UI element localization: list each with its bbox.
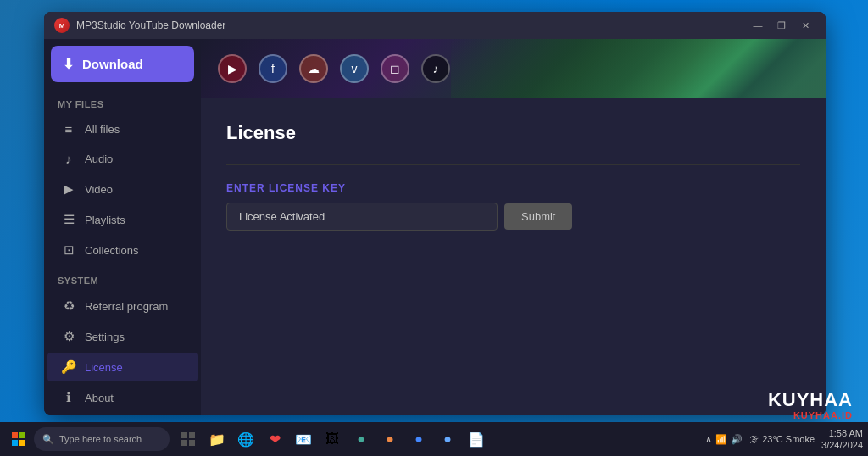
sidebar-item-settings[interactable]: ⚙ Settings [47, 322, 198, 351]
main-content: ▶ f ☁ v ◻ ♪ License ENTER LICENSE KEY Su… [201, 39, 826, 415]
clock: 1:58 AM 3/24/2024 [821, 427, 863, 452]
sidebar-item-video[interactable]: ▶ Video [47, 175, 198, 203]
app-icon: M [54, 18, 70, 33]
systray-chevron[interactable]: ∧ [705, 434, 712, 445]
collections-icon: ⊡ [61, 242, 76, 258]
settings-label: Settings [85, 331, 125, 343]
svg-rect-6 [181, 440, 187, 446]
license-key-input[interactable] [226, 203, 498, 231]
download-label: Download [82, 57, 143, 71]
taskbar-app-9[interactable]: ● [405, 425, 432, 453]
video-icon: ▶ [61, 181, 76, 197]
title-bar: M MP3Studio YouTube Downloader — ❐ ✕ [44, 12, 826, 39]
vimeo-icon[interactable]: v [340, 54, 369, 83]
taskbar-app-2[interactable]: 📁 [203, 425, 231, 453]
svg-rect-3 [19, 440, 25, 446]
settings-icon: ⚙ [61, 329, 76, 344]
taskbar-search[interactable]: 🔍 Type here to search [34, 427, 170, 451]
sidebar-item-license[interactable]: 🔑 License [47, 353, 198, 381]
tiktok-icon[interactable]: ♪ [421, 54, 450, 83]
audio-icon: ♪ [61, 152, 76, 166]
download-button[interactable]: ⬇ Download [51, 46, 194, 82]
taskbar-app-1[interactable] [175, 425, 202, 453]
speaker-icon: 🔊 [731, 434, 743, 445]
taskbar-app-8[interactable]: ● [376, 425, 403, 453]
app-icon-text: M [59, 22, 65, 30]
taskbar-app-4[interactable]: ❤ [261, 425, 288, 453]
playlists-label: Playlists [85, 214, 125, 226]
sidebar-item-playlists[interactable]: ☰ Playlists [47, 205, 198, 234]
svg-rect-1 [19, 432, 25, 438]
app-window: M MP3Studio YouTube Downloader — ❐ ✕ ⬇ D… [44, 12, 826, 415]
svg-rect-7 [189, 440, 195, 446]
sidebar-item-referral[interactable]: ♻ Referral program [47, 292, 198, 320]
svg-rect-0 [12, 432, 18, 438]
weather-display: 🌫 23°C Smoke [749, 434, 815, 444]
watermark: KUYHAA KUYHAA.ID [768, 390, 853, 420]
video-label: Video [85, 183, 113, 196]
collections-label: Collections [85, 244, 139, 257]
all-files-icon: ≡ [61, 122, 76, 136]
sidebar-item-all-files[interactable]: ≡ All files [47, 115, 198, 143]
license-icon: 🔑 [61, 359, 76, 375]
svg-rect-5 [189, 432, 195, 438]
taskbar-app-5[interactable]: 📧 [290, 425, 317, 453]
window-title: MP3Studio YouTube Downloader [76, 19, 225, 31]
sidebar-item-collections[interactable]: ⊡ Collections [47, 236, 198, 264]
sidebar-item-about[interactable]: ℹ About [47, 383, 198, 412]
playlists-icon: ☰ [61, 212, 76, 227]
search-icon: 🔍 [42, 434, 54, 445]
license-input-row: Submit [226, 203, 800, 231]
divider [226, 164, 800, 165]
app-body: ⬇ Download MY FILES ≡ All files ♪ Audio … [44, 39, 826, 415]
network-icon: 📶 [715, 434, 727, 445]
watermark-bottom-text: KUYHAA.ID [768, 410, 853, 420]
title-bar-controls: — ❐ ✕ [748, 18, 815, 33]
weather-icon: 🌫 [749, 434, 759, 444]
instagram-icon[interactable]: ◻ [381, 54, 409, 83]
desktop: M MP3Studio YouTube Downloader — ❐ ✕ ⬇ D… [0, 0, 868, 456]
taskbar-apps: 📁 🌐 ❤ 📧 🖼 ● ● ● ● [175, 425, 490, 453]
taskbar-app-3[interactable]: 🌐 [232, 425, 259, 453]
taskbar-app-7[interactable]: ● [348, 425, 375, 453]
svg-rect-4 [181, 432, 187, 438]
audio-label: Audio [85, 153, 113, 165]
start-button[interactable] [5, 425, 32, 453]
sidebar: ⬇ Download MY FILES ≡ All files ♪ Audio … [44, 39, 201, 415]
watermark-top-text: KUYHAA [768, 390, 853, 410]
license-page: License ENTER LICENSE KEY Submit [201, 98, 826, 254]
about-icon: ℹ [61, 390, 76, 405]
download-icon: ⬇ [63, 56, 74, 72]
license-field-label: ENTER LICENSE KEY [226, 182, 800, 194]
youtube-icon[interactable]: ▶ [218, 54, 247, 83]
my-files-label: MY FILES [44, 89, 201, 114]
minimize-button[interactable]: — [748, 18, 768, 33]
submit-button[interactable]: Submit [504, 203, 572, 230]
soundcloud-icon[interactable]: ☁ [299, 54, 328, 83]
taskbar-app-6[interactable]: 🖼 [319, 425, 346, 453]
referral-icon: ♻ [61, 298, 76, 314]
all-files-label: All files [85, 123, 120, 136]
close-button[interactable]: ✕ [795, 18, 815, 33]
page-title: License [226, 122, 800, 144]
referral-label: Referral program [85, 300, 168, 313]
date-display: 3/24/2024 [821, 439, 863, 451]
taskbar: 🔍 Type here to search 📁 🌐 ❤ 📧 🖼 [0, 422, 868, 456]
taskbar-right: ∧ 📶 🔊 🌫 23°C Smoke 1:58 AM 3/24/2024 [705, 427, 863, 452]
about-label: About [85, 392, 114, 404]
systray: ∧ 📶 🔊 [705, 434, 743, 445]
weather-text: 23°C Smoke [762, 434, 815, 444]
taskbar-app-10[interactable]: ● [434, 425, 461, 453]
facebook-icon[interactable]: f [259, 54, 287, 83]
title-bar-left: M MP3Studio YouTube Downloader [54, 18, 225, 33]
search-placeholder: Type here to search [59, 434, 142, 444]
maximize-button[interactable]: ❐ [771, 18, 792, 33]
svg-rect-2 [12, 440, 18, 446]
system-label: SYSTEM [44, 265, 201, 291]
license-nav-label: License [85, 361, 123, 374]
time-display: 1:58 AM [821, 427, 863, 439]
sidebar-item-audio[interactable]: ♪ Audio [47, 145, 198, 173]
social-banner: ▶ f ☁ v ◻ ♪ [201, 39, 826, 98]
taskbar-app-11[interactable]: 📄 [463, 425, 490, 453]
